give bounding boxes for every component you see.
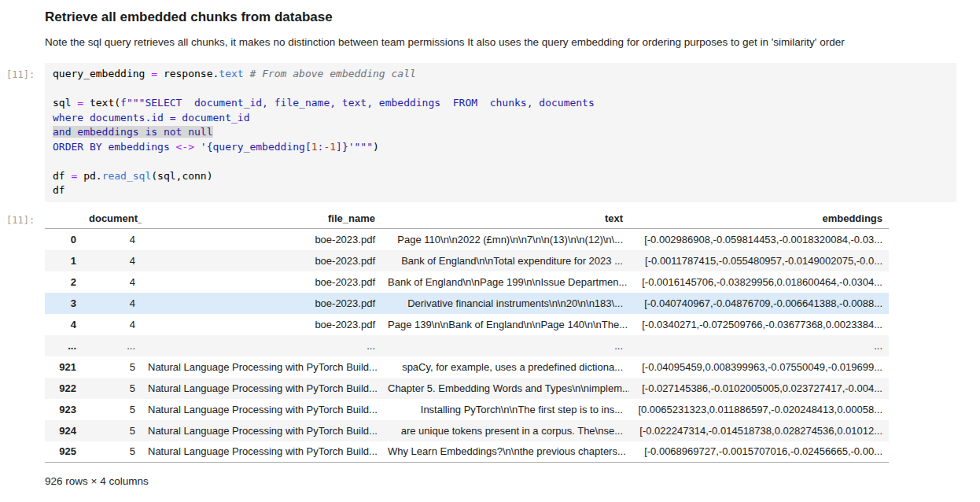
table-cell: Installing PyTorch\n\nThe first step is … [381, 399, 629, 420]
dataframe-shape: 926 rows × 4 columns [45, 475, 980, 487]
table-cell: are unique tokens present in a corpus. T… [381, 420, 629, 441]
table-cell: Natural Language Processing with PyTorch… [142, 399, 381, 420]
code-line: where documents.id = document_id [53, 111, 949, 126]
table-cell: Page 139\n\nBank of England\n\nPage 140\… [381, 314, 629, 335]
code-line [53, 82, 949, 97]
table-cell: [-0.0068969727,-0.0015707016,-0.02456665… [629, 441, 889, 463]
notebook-page: Retrieve all embedded chunks from databa… [0, 0, 980, 487]
row-index: 4 [45, 314, 83, 335]
table-cell: Natural Language Processing with PyTorch… [142, 441, 381, 463]
table-cell: Why Learn Embeddings?\n\nthe previous ch… [381, 441, 629, 463]
code-editor[interactable]: query_embedding = response.text # From a… [45, 63, 956, 202]
code-token: (sql,conn) [151, 170, 212, 182]
table-row: 9225Natural Language Processing with PyT… [45, 378, 889, 399]
table-row: 14boe-2023.pdfBank of England\n\nTotal e… [45, 250, 889, 271]
markdown-cell: Retrieve all embedded chunks from databa… [45, 9, 956, 48]
table-cell: 4 [83, 293, 142, 314]
table-row: 34boe-2023.pdfDerivative financial instr… [45, 293, 889, 314]
table-cell: [-0.0016145706,-0.03829956,0.018600464,-… [629, 271, 889, 293]
table-cell: 5 [83, 378, 142, 399]
table-row: 9245Natural Language Processing with PyT… [45, 420, 889, 441]
code-token: = [151, 68, 157, 79]
column-header: file_name [142, 209, 381, 229]
input-prompt: [11]: [0, 63, 45, 80]
table-cell: ... [83, 335, 142, 356]
code-token: <-> [176, 141, 194, 153]
table-cell: boe-2023.pdf [142, 314, 381, 335]
table-row: 9215Natural Language Processing with PyT… [45, 356, 889, 378]
code-token: pd. [77, 170, 101, 182]
table-cell: Natural Language Processing with PyTorch… [142, 378, 381, 399]
row-index: 3 [45, 293, 83, 314]
code-token: 1 [311, 141, 318, 153]
table-cell: [-0.002986908,-0.059814453,-0.0018320084… [629, 229, 889, 250]
row-index: 923 [45, 399, 83, 420]
row-index: 0 [45, 229, 83, 250]
code-token: response. [157, 68, 219, 79]
table-cell: Page 110\n\n2022 (£mn)\n\n7\n\n(13)\n\n(… [381, 229, 629, 250]
table-cell: ... [381, 335, 629, 356]
code-token: sql [53, 97, 77, 109]
code-cell: [11]: query_embedding = response.text # … [0, 63, 980, 202]
column-header: embeddings [629, 209, 889, 229]
code-token: ORDER BY embeddings [53, 141, 176, 153]
table-cell: Natural Language Processing with PyTorch… [142, 420, 381, 441]
code-token: query_embedding [53, 68, 151, 79]
code-token: df [53, 170, 71, 182]
table-row: ............... [45, 335, 889, 356]
dataframe-header-row: document_idfile_nametextembeddings [45, 209, 889, 229]
code-line [53, 154, 949, 169]
code-line: df = pd.read_sql(sql,conn) [53, 169, 949, 184]
code-token: text [219, 68, 243, 79]
table-cell: [0.0065231323,0.011886597,-0.020248413,0… [629, 399, 889, 420]
code-token: where documents.id = document_id [53, 112, 249, 124]
code-token: f"""SELECT document_id, file_name, text,… [120, 97, 595, 109]
row-index: 1 [45, 250, 83, 271]
table-row: 44boe-2023.pdfPage 139\n\nBank of Englan… [45, 314, 889, 335]
table-row: 24boe-2023.pdfBank of England\n\nPage 19… [45, 271, 889, 293]
table-cell: ... [629, 335, 889, 356]
code-line: and embeddings is not null [53, 125, 949, 140]
code-token: # From above embedding call [249, 68, 415, 79]
table-cell: [-0.04095459,0.008399963,-0.07550049,-0.… [629, 356, 889, 378]
table-row: 04boe-2023.pdfPage 110\n\n2022 (£mn)\n\n… [45, 229, 889, 250]
code-token: ]}'""" [336, 141, 373, 153]
table-cell: boe-2023.pdf [142, 229, 381, 250]
output-cell: [11]: document_idfile_nametextembeddings… [0, 209, 980, 488]
table-cell: boe-2023.pdf [142, 250, 381, 271]
table-cell: ... [142, 335, 381, 356]
row-index: 925 [45, 441, 83, 463]
table-cell: 5 [83, 399, 142, 420]
column-header: document_id [83, 209, 142, 229]
table-row: 9255Natural Language Processing with PyT… [45, 441, 889, 463]
markdown-note: Note the sql query retrieves all chunks,… [45, 36, 956, 48]
code-token: and embeddings is not null [53, 126, 213, 138]
table-cell: 4 [83, 229, 142, 250]
code-token: read_sql [102, 170, 152, 182]
row-index: 921 [45, 356, 83, 378]
table-cell: Derivative financial instruments\n\n20\n… [381, 293, 629, 314]
table-cell: Natural Language Processing with PyTorch… [142, 356, 381, 378]
table-cell: 4 [83, 250, 142, 271]
output-area: document_idfile_nametextembeddings 04boe… [45, 209, 980, 488]
table-cell: boe-2023.pdf [142, 293, 381, 314]
code-token: = [77, 97, 83, 109]
row-index: 924 [45, 420, 83, 441]
table-cell: 5 [83, 441, 142, 463]
code-line: df [53, 183, 949, 198]
code-line: ORDER BY embeddings <-> '{query_embeddin… [53, 140, 949, 155]
table-cell: Bank of England\n\nPage 199\n\nIssue Dep… [381, 271, 629, 293]
table-cell: spaCy, for example, uses a predefined di… [381, 356, 629, 378]
code-line: sql = text(f"""SELECT document_id, file_… [53, 96, 949, 111]
table-cell: 4 [83, 271, 142, 293]
table-cell: 4 [83, 314, 142, 335]
table-cell: Chapter 5. Embedding Words and Types\n\n… [381, 378, 629, 399]
code-token: '{query_embedding[ [194, 141, 311, 153]
row-index: 2 [45, 271, 83, 293]
code-token: df [53, 184, 65, 196]
table-cell: [-0.027145386,-0.0102005005,0.023727417,… [629, 378, 889, 399]
index-header [45, 209, 83, 229]
output-prompt: [11]: [0, 209, 45, 226]
code-line: query_embedding = response.text # From a… [53, 67, 949, 82]
table-cell: [-0.040740967,-0.04876709,-0.006641388,-… [629, 293, 889, 314]
